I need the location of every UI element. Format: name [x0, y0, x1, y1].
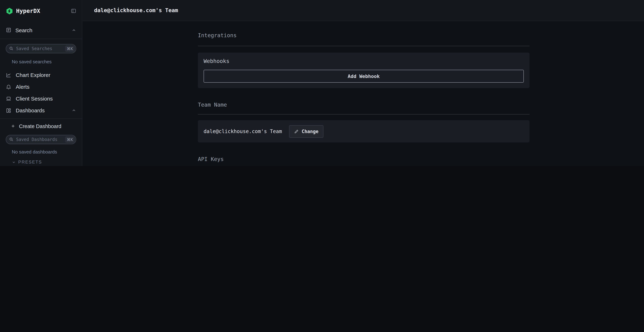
team-name-value: dale@clickhouse.com's Team — [204, 128, 282, 134]
client-sessions-icon — [6, 96, 12, 102]
sidebar-item-alerts[interactable]: Alerts — [0, 81, 82, 93]
section-label-api-keys: API Keys — [198, 156, 530, 162]
search-icon — [9, 46, 14, 51]
nav-label: Chart Explorer — [16, 72, 76, 78]
alerts-icon — [6, 84, 12, 90]
presets-label: PRESETS — [18, 160, 42, 164]
search-icon — [9, 137, 14, 142]
sidebar: HyperDX Search ⌘K No saved searches Char… — [0, 0, 82, 166]
section-label-team-name: Team Name — [198, 102, 530, 108]
sidebar-section-label: Search — [16, 27, 68, 33]
page-header: dale@clickhouse.com's Team — [83, 0, 644, 21]
divider — [198, 114, 530, 114]
section-label-integrations: Integrations — [198, 32, 530, 39]
content-area: Integrations Webhooks Add Webhook Team N… — [83, 22, 644, 166]
divider — [0, 118, 82, 119]
pencil-icon — [294, 129, 299, 134]
change-label: Change — [302, 128, 318, 134]
no-saved-dashboards-text: No saved dashboards — [12, 149, 82, 154]
add-webhook-button[interactable]: Add Webhook — [204, 70, 524, 83]
saved-searches-field: ⌘K — [6, 44, 76, 53]
team-name-card: dale@clickhouse.com's Team Change — [198, 120, 530, 142]
divider — [198, 46, 530, 46]
page-title: dale@clickhouse.com's Team — [94, 7, 178, 14]
webhooks-card: Webhooks Add Webhook — [198, 52, 530, 88]
preset-item-clickhouse[interactable]: ClickHouse — [12, 164, 82, 166]
change-team-name-button[interactable]: Change — [289, 125, 324, 138]
shortcut-badge: ⌘K — [65, 136, 75, 143]
create-dashboard-button[interactable]: Create Dashboard — [0, 120, 82, 132]
search-section-icon — [6, 27, 12, 33]
nav-label: Client Sessions — [16, 96, 76, 102]
chevron-up-icon[interactable] — [72, 108, 76, 113]
brand-title: HyperDX — [16, 8, 68, 14]
collapse-sidebar-icon[interactable] — [71, 8, 76, 14]
presets-toggle[interactable]: PRESETS — [12, 160, 82, 164]
hyperdx-logo-icon — [6, 7, 13, 15]
sidebar-item-client-sessions[interactable]: Client Sessions — [0, 93, 82, 104]
sidebar-section-search[interactable]: Search — [0, 25, 82, 36]
no-saved-searches-text: No saved searches — [12, 59, 82, 64]
chevron-up-icon[interactable] — [72, 28, 76, 32]
chart-explorer-icon — [6, 72, 12, 78]
create-dashboard-label: Create Dashboard — [19, 123, 61, 129]
nav-label: Alerts — [16, 84, 76, 90]
hyperdx-app: HyperDX Search ⌘K No saved searches Char… — [0, 0, 644, 166]
divider — [0, 39, 82, 39]
dashboards-icon — [6, 108, 12, 113]
logo-row: HyperDX — [0, 0, 82, 17]
nav-label: Dashboards — [16, 107, 67, 114]
chevron-down-icon — [12, 160, 16, 164]
sidebar-item-chart-explorer[interactable]: Chart Explorer — [0, 69, 82, 81]
shortcut-badge: ⌘K — [65, 46, 75, 52]
sidebar-item-dashboards[interactable]: Dashboards — [0, 104, 82, 116]
sidebar-nav: Chart Explorer Alerts Client Sessions Da… — [0, 69, 82, 116]
plus-icon — [11, 124, 16, 128]
webhooks-title: Webhooks — [204, 58, 524, 64]
saved-dashboards-field: ⌘K — [6, 135, 76, 144]
